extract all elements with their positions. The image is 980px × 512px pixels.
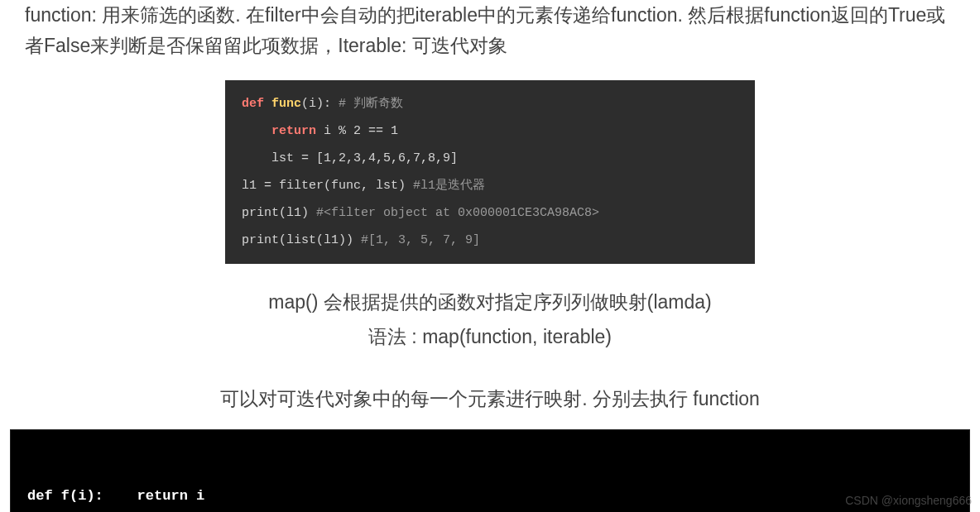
comment: #[1, 3, 5, 7, 9] xyxy=(361,233,480,247)
code-line-2: return i % 2 == 1 xyxy=(242,117,738,145)
comment: #l1是迭代器 xyxy=(413,179,485,193)
keyword-return: return xyxy=(271,124,324,138)
expr: i % 2 == 1 xyxy=(324,124,398,138)
comment: # 判断奇数 xyxy=(339,97,403,111)
map-description-line-1: map() 会根据提供的函数对指定序列列做映射(lamda) xyxy=(0,287,980,318)
code-line-5: print(l1) #<filter object at 0x000001CE3… xyxy=(242,199,738,227)
map-code-block: def f(i): return i lst = [1,2,3,4,5,6,7,… xyxy=(10,429,970,512)
comment: #<filter object at 0x000001CE3CA98AC8> xyxy=(316,206,599,220)
code-line-1: def func(i): # 判断奇数 xyxy=(242,90,738,117)
filter-code-block: def func(i): # 判断奇数 return i % 2 == 1 ls… xyxy=(225,80,755,264)
code-line-6: print(list(l1)) #[1, 3, 5, 7, 9] xyxy=(242,227,738,254)
code-line-3: lst = [1,2,3,4,5,6,7,8,9] xyxy=(242,145,738,172)
keyword-def: def xyxy=(242,97,271,111)
map-description-line-2: 语法 : map(function, iterable) xyxy=(0,322,980,352)
intro-paragraph: function: 用来筛选的函数. 在filter中会自动的把iterable… xyxy=(0,0,980,61)
code: l1 = filter(func, lst) xyxy=(242,179,413,193)
code-line-4: l1 = filter(func, lst) #l1是迭代器 xyxy=(242,172,738,199)
code-line-1: def f(i): return i xyxy=(27,486,953,507)
map-description-line-3: 可以对可迭代对象中的每一个元素进行映射. 分别去执行 function xyxy=(0,384,980,414)
code: print(list(l1)) xyxy=(242,233,361,247)
function-name: func xyxy=(271,97,301,111)
code: print(l1) xyxy=(242,206,316,220)
args: (i): xyxy=(301,97,339,111)
